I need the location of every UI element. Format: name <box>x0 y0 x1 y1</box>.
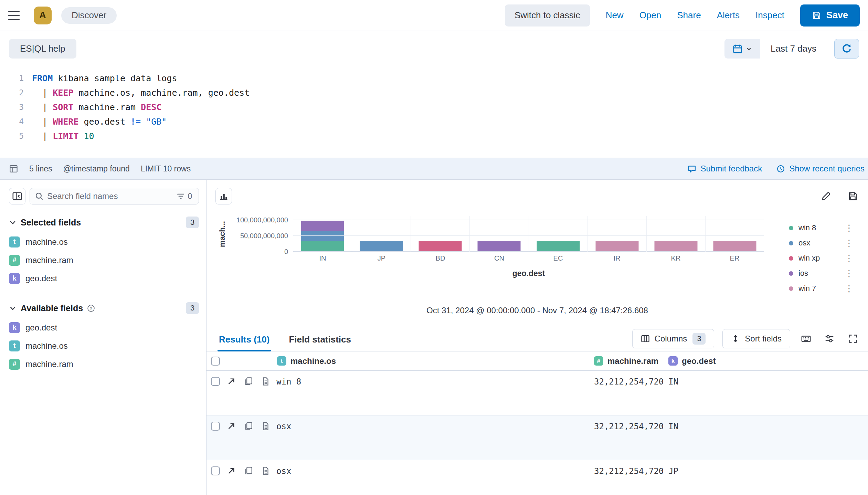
cell-machine-os: osx <box>276 466 291 476</box>
legend-item-win-7[interactable]: win 7⋮ <box>789 281 854 296</box>
topbar-link-inspect[interactable]: Inspect <box>755 10 784 21</box>
view-document-icon[interactable] <box>260 420 272 432</box>
esql-help-button[interactable]: ES|QL help <box>9 39 76 59</box>
topbar-link-share[interactable]: Share <box>677 10 701 21</box>
submit-feedback-link[interactable]: Submit feedback <box>688 164 762 173</box>
field-item-machine-os[interactable]: tmachine.os <box>9 337 199 355</box>
bar-er[interactable] <box>713 241 756 251</box>
save-button-label: Save <box>826 10 848 21</box>
legend-options-icon[interactable]: ⋮ <box>845 284 854 293</box>
expand-row-icon[interactable] <box>225 376 237 387</box>
collapse-sidebar-button[interactable] <box>9 188 25 204</box>
column-header-machine-ram[interactable]: #machine.ram <box>594 356 658 366</box>
editor-line[interactable]: 4 | WHERE geo.dest != "GB" <box>0 114 868 129</box>
bar-bd[interactable] <box>419 241 462 251</box>
bar-segment-win-8[interactable] <box>537 241 580 251</box>
row-checkbox[interactable] <box>211 466 220 475</box>
show-recent-queries-link[interactable]: Show recent queries <box>776 164 865 173</box>
expand-row-icon[interactable] <box>225 465 237 477</box>
bar-ec[interactable] <box>537 241 580 251</box>
legend-options-icon[interactable]: ⋮ <box>845 269 854 278</box>
filter-icon <box>177 192 185 200</box>
time-range-button[interactable]: Last 7 days <box>760 39 827 59</box>
bar-segment-osx[interactable] <box>301 231 344 241</box>
columns-button[interactable]: Columns 3 <box>632 329 714 348</box>
menu-icon[interactable] <box>8 8 24 23</box>
edit-visualization-button[interactable] <box>818 189 834 204</box>
pencil-icon <box>821 191 831 201</box>
switch-to-classic-button[interactable]: Switch to classic <box>505 4 590 27</box>
legend-options-icon[interactable]: ⋮ <box>845 239 854 248</box>
bar-segment-win-7[interactable] <box>713 241 756 251</box>
copy-document-icon[interactable] <box>243 465 254 477</box>
topbar-link-open[interactable]: Open <box>639 10 661 21</box>
legend-item-osx[interactable]: osx⋮ <box>789 235 854 251</box>
bar-jp[interactable] <box>360 241 403 251</box>
bar-segment-osx[interactable] <box>360 241 403 251</box>
legend-options-icon[interactable]: ⋮ <box>845 254 854 263</box>
field-item-machine-os[interactable]: tmachine.os <box>9 233 199 251</box>
search-field-names-input[interactable] <box>47 191 170 201</box>
view-document-icon[interactable] <box>260 376 272 387</box>
refresh-query-button[interactable] <box>834 39 859 59</box>
display-options-button[interactable] <box>822 331 837 346</box>
field-item-machine-ram[interactable]: #machine.ram <box>9 355 199 373</box>
editor-line[interactable]: 2 | KEEP machine.os, machine.ram, geo.de… <box>0 85 868 100</box>
field-filters-button[interactable]: 0 <box>170 188 199 204</box>
legend-item-ios[interactable]: ios⋮ <box>789 266 854 281</box>
chart-options-button[interactable] <box>215 188 232 204</box>
editor-line[interactable]: 5 | LIMIT 10 <box>0 129 868 143</box>
save-button[interactable]: Save <box>800 4 860 27</box>
field-item-geo-dest[interactable]: kgeo.dest <box>9 318 199 337</box>
field-type-icon: # <box>9 359 20 370</box>
topbar-link-new[interactable]: New <box>606 10 624 21</box>
copy-document-icon[interactable] <box>243 420 254 432</box>
sort-fields-button[interactable]: Sort fields <box>722 329 790 348</box>
bar-segment-ios[interactable] <box>301 221 344 231</box>
bar-kr[interactable] <box>654 241 697 251</box>
tab-results-10[interactable]: Results (10) <box>218 330 271 351</box>
select-all-checkbox[interactable] <box>211 357 220 366</box>
bar-segment-win-7[interactable] <box>654 241 697 251</box>
keyboard-shortcuts-button[interactable] <box>798 331 814 346</box>
row-checkbox[interactable] <box>211 422 220 431</box>
column-header-machine-os[interactable]: tmachine.os <box>277 356 336 366</box>
cell-machine-ram: 32,212,254,720 <box>594 466 664 476</box>
bar-segment-ios[interactable] <box>478 241 521 251</box>
bar-ir[interactable] <box>595 241 638 251</box>
field-item-geo-dest[interactable]: kgeo.dest <box>9 269 199 287</box>
editor-lines-count: 5 lines <box>29 164 52 173</box>
tab-field-statistics[interactable]: Field statistics <box>287 330 352 351</box>
bar-in[interactable] <box>301 221 344 251</box>
column-header-geo-dest[interactable]: kgeo.dest <box>668 356 716 366</box>
save-visualization-button[interactable] <box>845 189 860 204</box>
selected-fields-header[interactable]: Selected fields 3 <box>9 215 199 230</box>
expand-row-icon[interactable] <box>225 420 237 432</box>
esql-query-editor[interactable]: 1FROM kibana_sample_data_logs2 | KEEP ma… <box>0 59 868 158</box>
space-avatar[interactable]: A <box>34 7 52 24</box>
date-quick-select-button[interactable] <box>724 39 760 59</box>
topbar-link-alerts[interactable]: Alerts <box>717 10 740 21</box>
editor-line[interactable]: 1FROM kibana_sample_data_logs <box>0 71 868 85</box>
bar-segment-win-7[interactable] <box>595 241 638 251</box>
fullscreen-button[interactable] <box>845 331 860 346</box>
row-checkbox[interactable] <box>211 377 220 386</box>
legend-options-icon[interactable]: ⋮ <box>845 223 854 232</box>
available-fields-header[interactable]: Available fields ? 3 <box>9 301 199 316</box>
legend-label: osx <box>798 239 810 248</box>
bar-segment-win-xp[interactable] <box>419 241 462 251</box>
help-question-icon[interactable]: ? <box>87 304 95 312</box>
legend-label: win xp <box>798 254 820 263</box>
feedback-icon <box>688 165 696 173</box>
save-icon <box>812 11 821 20</box>
bar-cn[interactable] <box>478 241 521 251</box>
bar-segment-win-8[interactable] <box>301 241 344 251</box>
copy-document-icon[interactable] <box>243 376 254 387</box>
fields-sidebar: 0 Selected fields 3 tmachine.os#machine.… <box>0 180 207 495</box>
editor-line[interactable]: 3 | SORT machine.ram DESC <box>0 100 868 114</box>
legend-item-win-8[interactable]: win 8⋮ <box>789 220 854 235</box>
view-document-icon[interactable] <box>260 465 272 477</box>
field-item-machine-ram[interactable]: #machine.ram <box>9 251 199 269</box>
legend-item-win-xp[interactable]: win xp⋮ <box>789 251 854 266</box>
breadcrumb-discover[interactable]: Discover <box>61 7 117 24</box>
